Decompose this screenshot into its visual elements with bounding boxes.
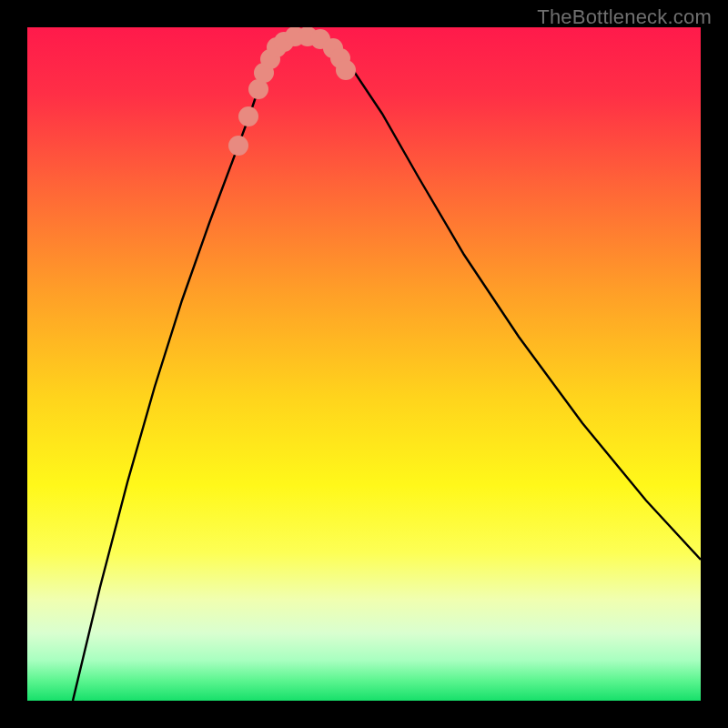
watermark-text: TheBottleneck.com	[537, 5, 712, 29]
chart-frame: TheBottleneck.com	[0, 0, 728, 728]
dot-marker	[238, 106, 258, 126]
dot-markers-group	[228, 27, 356, 156]
dot-marker	[228, 136, 248, 156]
plot-area	[27, 27, 701, 701]
dot-marker	[336, 60, 356, 80]
bottleneck-curve	[27, 27, 701, 701]
curve-path	[73, 36, 701, 701]
